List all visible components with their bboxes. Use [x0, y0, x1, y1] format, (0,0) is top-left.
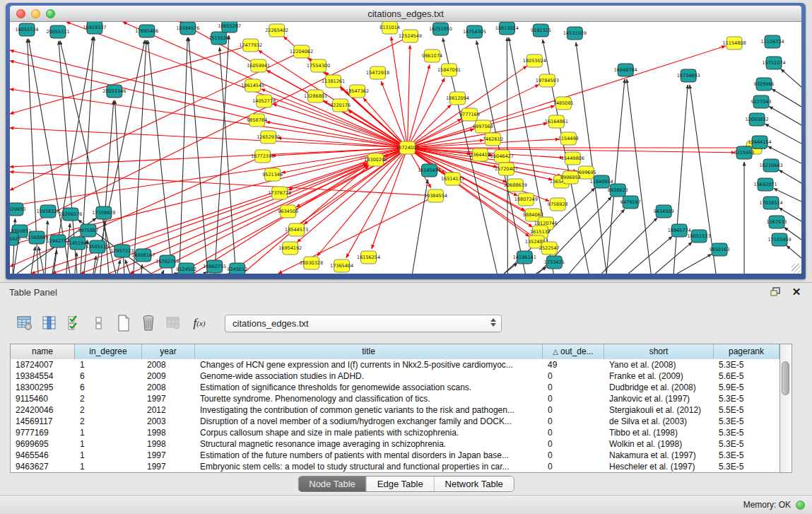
graph-node[interactable]: 18945774 [668, 224, 691, 237]
network-canvas-svg[interactable]: 1872400718300295124779321605994118614545… [10, 22, 801, 274]
graph-edge[interactable] [536, 267, 546, 274]
graph-node[interactable]: 9634508 [278, 205, 298, 218]
column-header-year[interactable]: year [142, 344, 195, 359]
graph-node[interactable]: 16954192 [278, 242, 302, 255]
graph-node[interactable]: 16164861 [545, 115, 568, 128]
graph-edge[interactable] [204, 271, 207, 274]
graph-node[interactable]: 14754305 [463, 25, 486, 38]
close-window-icon[interactable] [16, 9, 25, 18]
graph-node[interactable]: 1733426 [544, 256, 565, 269]
graph-edge[interactable] [779, 170, 801, 183]
graph-node[interactable]: 15472918 [366, 66, 389, 79]
graph-node[interactable]: 16156254 [357, 251, 380, 264]
graph-edge[interactable] [677, 254, 712, 274]
graph-node[interactable]: 16046427 [490, 150, 514, 163]
tab-edge-table[interactable]: Edge Table [366, 477, 434, 491]
table-mode-button[interactable] [16, 314, 34, 332]
table-row[interactable]: 1938455462009Genome-wide association stu… [11, 370, 792, 382]
graph-node[interactable]: 16051533 [688, 230, 711, 243]
graph-node[interactable]: 9975887 [78, 224, 98, 237]
graph-edge[interactable] [10, 50, 407, 148]
network-canvas[interactable]: 1872400718300295124779321605994118614545… [10, 22, 801, 274]
graph-node[interactable]: 22265402 [265, 24, 288, 37]
graph-node[interactable]: 8938923 [608, 184, 628, 197]
graph-node[interactable]: 16251950 [429, 23, 452, 35]
select-all-button[interactable] [65, 314, 83, 332]
graph-node[interactable]: 9699695 [576, 166, 596, 179]
graph-node[interactable]: 9227343 [751, 95, 772, 108]
graph-node[interactable]: 19784593 [536, 74, 559, 87]
graph-node[interactable]: 18612094 [446, 92, 469, 105]
graph-node[interactable]: 19734693 [677, 69, 700, 82]
graph-edge[interactable] [391, 37, 407, 148]
graph-edge[interactable] [259, 50, 408, 148]
tab-network-table[interactable]: Network Table [434, 477, 514, 491]
scrollbar-thumb[interactable] [782, 361, 789, 395]
table-row[interactable]: 911546021997Tourette syndrome. Phenomeno… [11, 393, 792, 404]
graph-node[interactable]: 15449806 [561, 152, 584, 165]
graph-edge[interactable] [304, 148, 407, 224]
graph-node[interactable]: 9124502 [176, 263, 196, 274]
column-header-title[interactable]: title [195, 344, 543, 359]
graph-node[interactable]: 2522547 [539, 242, 560, 255]
new-column-button[interactable] [114, 314, 133, 332]
graph-edge[interactable] [10, 36, 410, 234]
graph-node[interactable]: 8996953 [560, 171, 581, 184]
graph-node[interactable]: 18772396 [251, 150, 274, 163]
window-titlebar[interactable]: citations_edges.txt [10, 6, 801, 22]
graph-node[interactable]: 17359928 [92, 206, 115, 219]
graph-node[interactable]: 9245012 [227, 263, 247, 274]
graph-node[interactable]: 18053024 [523, 54, 546, 67]
graph-node[interactable]: 11568869 [25, 231, 48, 244]
graph-node[interactable]: 11154808 [723, 37, 746, 49]
graph-edge[interactable] [141, 264, 143, 274]
table-row[interactable]: 946362711997Embryonic stem cells: a mode… [11, 461, 792, 472]
graph-edge[interactable] [412, 180, 428, 274]
table-row[interactable]: 969969511998Structural magnetic resonanc… [11, 438, 792, 450]
float-panel-icon[interactable] [770, 286, 781, 298]
graph-node[interactable]: 11451944 [66, 237, 89, 250]
graph-edge[interactable] [10, 45, 251, 114]
graph-node[interactable]: 17691406 [135, 25, 158, 37]
graph-node[interactable]: 20055311 [46, 25, 69, 38]
table-row[interactable]: 1456911722003Disruption of a novel membe… [11, 416, 792, 427]
graph-node[interactable]: 1154498 [558, 132, 579, 145]
graph-node[interactable]: 8131014 [379, 22, 400, 34]
table-row[interactable]: 977716911998Corpus callosum shape and si… [11, 427, 792, 438]
graph-edge[interactable] [407, 66, 526, 148]
graph-edge[interactable] [261, 89, 408, 148]
graph-node[interactable]: 17365404 [330, 259, 353, 272]
tab-node-table[interactable]: Node Table [298, 477, 366, 491]
graph-node[interactable]: 16648784 [614, 64, 637, 76]
clear-selection-button[interactable] [90, 314, 108, 332]
graph-node[interactable]: 11124734 [761, 35, 784, 48]
graph-node[interactable]: 15692071 [754, 178, 777, 191]
graph-node[interactable]: 6479197 [620, 196, 641, 209]
close-panel-icon[interactable]: ✕ [791, 286, 802, 298]
function-builder-button[interactable]: f(x) [190, 314, 208, 332]
table-row[interactable]: 2242004622012Investigating the contribut… [11, 404, 792, 416]
graph-edge[interactable] [407, 45, 410, 148]
graph-node[interactable]: 17103459 [768, 233, 792, 246]
graph-node[interactable]: 9424509 [654, 205, 674, 218]
graph-node[interactable]: 15751074 [763, 57, 786, 69]
graph-node[interactable]: 9858784 [247, 114, 267, 127]
graph-node[interactable]: 16919337 [83, 22, 106, 34]
table-row[interactable]: 1830029562008Estimation of significance … [11, 382, 792, 393]
graph-node[interactable]: 18807249 [514, 193, 538, 206]
graph-node[interactable]: 15847091 [437, 64, 461, 76]
graph-node[interactable]: 7485081 [553, 97, 574, 110]
graph-node[interactable]: 18384576 [176, 22, 199, 35]
graph-node[interactable]: 11381261 [322, 75, 345, 88]
column-header-out-de-[interactable]: △out_de... [543, 344, 604, 359]
graph-edge[interactable] [31, 148, 408, 274]
graph-edge[interactable] [95, 40, 145, 274]
graph-edge[interactable] [10, 128, 407, 148]
resize-grip-icon[interactable] [792, 264, 801, 273]
graph-node[interactable]: 18813024 [495, 22, 519, 35]
graph-node[interactable]: 12204062 [290, 45, 313, 58]
graph-node[interactable]: 14055724 [15, 23, 38, 36]
graph-node[interactable]: 3220176 [330, 99, 351, 112]
graph-node[interactable]: 12477932 [239, 39, 262, 52]
graph-node[interactable]: 9756928 [548, 198, 568, 211]
